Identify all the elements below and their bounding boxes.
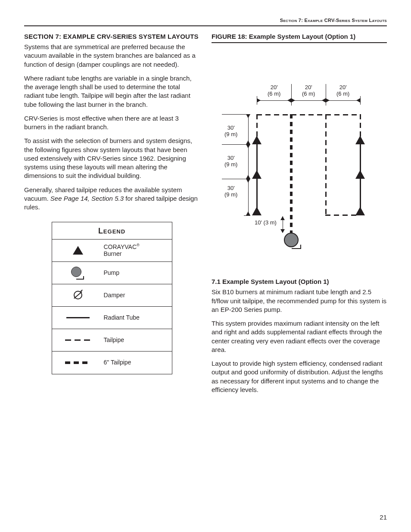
legend-row-tailpipe: Tailpipe [52,329,172,352]
arrowhead-icon [356,98,360,103]
paragraph: Six B10 burners at minimum radiant tube … [212,288,387,314]
six-inch-tailpipe-icon [52,361,104,364]
arrowhead-icon [246,179,250,183]
burner-icon [355,136,365,144]
six-inch-tailpipe [290,114,293,235]
paragraph: Layout to provide high system efficiency… [212,359,387,394]
radiant-tube [360,144,361,215]
legend-label: Radiant Tube [104,314,172,321]
tick [222,144,250,145]
paragraph: This system provides maximum radiant int… [212,319,387,354]
cross-reference: See Page 14, Section 5.3 [50,195,124,202]
tick [244,215,250,216]
legend-label: Pump [104,269,172,277]
subsection-title: 7.1 Example System Layout (Option 1) [212,277,387,286]
legend-title: Legend [52,222,172,239]
tick [257,96,257,105]
running-header: Section 7: Example CRV-Series System Lay… [24,17,387,24]
tick [222,114,250,115]
arrowhead-icon [246,114,250,118]
arrowhead-icon [291,98,295,103]
legend-row-burner: CORAYVAC®Burner [52,240,172,262]
arrowhead-icon [246,212,250,215]
arrowhead-icon [280,216,285,220]
legend-label: Tailpipe [104,336,172,344]
burner-icon [252,136,262,144]
radiant-tube [256,144,258,215]
paragraph: Systems that are symmetrical are preferr… [24,43,199,69]
arrowhead-icon [246,144,250,148]
paragraph: Generally, shared tailpipe reduces the a… [24,186,199,212]
dim-label: 30'(9 m) [224,155,237,168]
legend-row-radiant-tube: Radiant Tube [52,307,172,329]
dim-label: 20'(6 m) [336,84,349,97]
burner-icon [252,207,262,215]
legend-row-pump: Pump [52,262,172,284]
burner-icon [52,246,104,255]
dim-line [257,100,360,101]
arrowhead-icon [246,140,250,144]
burner-icon [355,207,365,215]
tick [291,84,292,106]
header-rule [24,25,387,26]
paragraph: Where radiant tube lengths are variable … [24,74,199,109]
legend-label: Damper [104,292,172,299]
arrowhead-icon [257,98,261,103]
pump-icon [52,267,104,279]
left-column: SECTION 7: EXAMPLE CRV-SERIES SYSTEM LAY… [24,32,199,399]
legend-row-6in-tailpipe: 6" Tailpipe [52,352,172,374]
figure-title: FIGURE 18: Example System Layout (Option… [212,32,387,43]
radiant-tube-icon [52,317,104,318]
dim-label: 20'(6 m) [268,84,280,97]
tick [326,84,326,106]
dim-label: 10' (3 m) [255,220,277,226]
pump-icon [284,233,299,247]
section-title: SECTION 7: EXAMPLE CRV-SERIES SYSTEM LAY… [24,32,199,41]
arrowhead-icon [287,98,291,103]
page-number: 21 [380,513,387,522]
tailpipe [325,215,360,216]
paragraph: To assist with the selection of burners … [24,137,199,180]
tick [222,179,250,179]
dim-line [248,114,249,215]
system-layout-diagram: 20'(6 m) 20'(6 m) 20'(6 m) 30'(9 m) [212,47,387,271]
tailpipe-icon [52,339,104,341]
paragraph: CRV-Series is most effective when there … [24,114,199,132]
dim-label: 30'(9 m) [224,125,237,138]
arrowhead-icon [326,98,330,103]
right-column: FIGURE 18: Example System Layout (Option… [212,32,387,399]
legend-label: CORAYVAC®Burner [104,243,172,258]
arrowhead-icon [246,175,250,179]
burner-icon [355,170,365,179]
damper-icon [52,291,104,299]
arrowhead-icon [322,98,326,103]
tailpipe [325,114,327,215]
tailpipe [257,114,360,115]
tick [360,96,361,105]
dim-label: 20'(6 m) [302,84,315,97]
legend-box: Legend CORAYVAC®Burner Pump Damper Radia… [52,222,172,374]
dim-label: 30'(9 m) [224,185,237,198]
legend-row-damper: Damper [52,284,172,307]
burner-icon [252,170,262,179]
legend-label: 6" Tailpipe [104,359,172,366]
